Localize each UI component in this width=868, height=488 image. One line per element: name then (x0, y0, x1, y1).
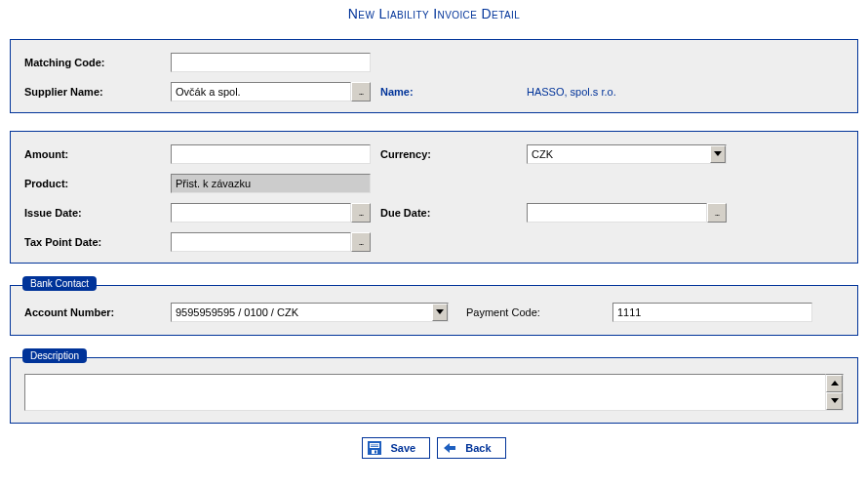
product-label: Product: (24, 178, 171, 189)
back-button-label: Back (465, 442, 491, 454)
ellipsis-icon: ... (359, 237, 364, 247)
issue-date-input[interactable] (171, 203, 351, 223)
due-date-input[interactable] (527, 203, 707, 223)
chevron-up-icon (831, 381, 839, 386)
due-date-picker-button[interactable]: ... (707, 203, 727, 223)
issue-date-label: Issue Date: (24, 207, 171, 219)
payment-code-input[interactable] (612, 303, 812, 322)
chevron-down-icon (831, 398, 839, 404)
bank-contact-legend: Bank Contact (22, 276, 97, 291)
save-button[interactable]: Save (362, 437, 430, 459)
issue-date-picker-button[interactable]: ... (351, 203, 371, 223)
svg-marker-1 (436, 309, 444, 314)
svg-marker-0 (714, 151, 722, 156)
ellipsis-icon: ... (715, 208, 720, 218)
account-number-value: 9595959595 / 0100 / CZK (176, 306, 298, 318)
page-title: New Liability Invoice Detail (10, 0, 858, 31)
tax-point-date-input[interactable] (171, 232, 351, 252)
due-date-label: Due Date: (380, 207, 527, 219)
invoice-panel: Amount: Currency: CZK Product: Issue Dat… (10, 131, 858, 264)
textarea-scrollbar (826, 374, 844, 411)
description-legend: Description (22, 348, 87, 363)
amount-label: Amount: (24, 148, 171, 160)
scroll-down-button[interactable] (826, 392, 843, 410)
tax-point-date-label: Tax Point Date: (24, 236, 171, 248)
company-name-link[interactable]: HASSO, spol.s r.o. (527, 86, 616, 98)
product-input (171, 174, 371, 193)
svg-rect-5 (370, 443, 379, 448)
account-number-select[interactable]: 9595959595 / 0100 / CZK (171, 303, 449, 322)
payment-code-label: Payment Code: (466, 306, 612, 318)
svg-marker-3 (831, 398, 839, 403)
matching-code-label: Matching Code: (24, 57, 171, 68)
amount-input[interactable] (171, 144, 371, 164)
scroll-up-button[interactable] (826, 375, 843, 392)
chevron-down-icon (432, 304, 448, 321)
supplier-name-input[interactable] (171, 82, 351, 102)
ellipsis-icon: ... (359, 87, 364, 97)
svg-rect-6 (371, 445, 378, 446)
name-label: Name: (380, 86, 527, 98)
description-fieldset: Description (10, 357, 858, 424)
tax-point-date-picker-button[interactable]: ... (351, 232, 371, 252)
description-textarea[interactable] (24, 374, 826, 411)
bank-contact-fieldset: Bank Contact Account Number: 9595959595 … (10, 285, 858, 336)
svg-marker-10 (444, 443, 455, 453)
svg-rect-7 (371, 446, 378, 447)
button-bar: Save Back (10, 424, 858, 472)
back-arrow-icon (442, 440, 457, 456)
supplier-name-label: Supplier Name: (24, 86, 171, 98)
save-button-label: Save (390, 442, 415, 454)
save-icon (367, 440, 382, 456)
supplier-panel: Matching Code: Supplier Name: ... Name: … (10, 39, 858, 113)
matching-code-input[interactable] (171, 53, 371, 72)
currency-value: CZK (532, 148, 553, 160)
svg-rect-9 (375, 451, 376, 454)
account-number-label: Account Number: (24, 306, 171, 318)
ellipsis-icon: ... (359, 208, 364, 218)
back-button[interactable]: Back (437, 437, 505, 459)
svg-marker-2 (831, 381, 839, 386)
supplier-lookup-button[interactable]: ... (351, 82, 371, 102)
chevron-down-icon (710, 145, 726, 163)
currency-select[interactable]: CZK (527, 144, 727, 164)
currency-label: Currency: (380, 148, 527, 160)
